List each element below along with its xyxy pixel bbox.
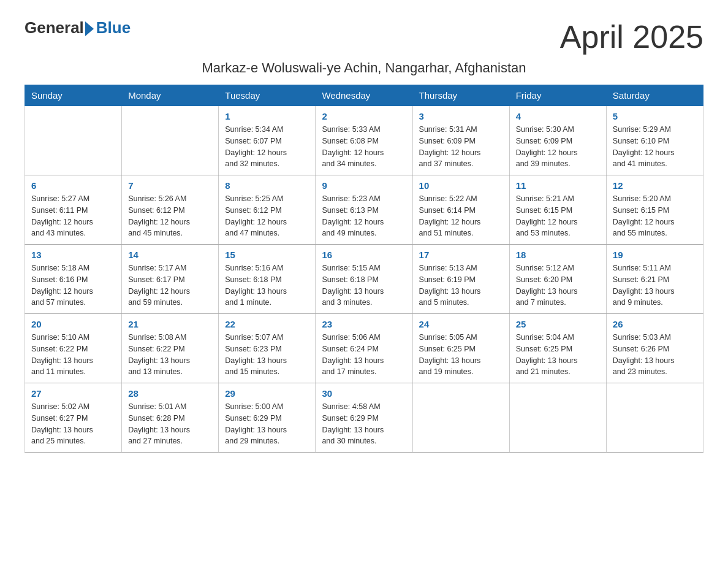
calendar-cell: 30Sunrise: 4:58 AM Sunset: 6:29 PM Dayli… [316, 383, 412, 453]
calendar-cell: 1Sunrise: 5:34 AM Sunset: 6:07 PM Daylig… [219, 106, 316, 175]
day-info: Sunrise: 5:10 AM Sunset: 6:22 PM Dayligh… [31, 332, 115, 378]
day-number: 21 [128, 319, 212, 329]
calendar-cell: 10Sunrise: 5:22 AM Sunset: 6:14 PM Dayli… [412, 175, 509, 245]
location-subtitle: Markaz-e Woluswali-ye Achin, Nangarhar, … [25, 60, 703, 76]
day-number: 13 [31, 250, 115, 260]
day-of-week-saturday: Saturday [606, 85, 703, 106]
calendar-week-5: 27Sunrise: 5:02 AM Sunset: 6:27 PM Dayli… [25, 383, 703, 453]
calendar-cell: 17Sunrise: 5:13 AM Sunset: 6:19 PM Dayli… [412, 245, 509, 314]
day-number: 6 [31, 180, 115, 191]
calendar-cell [412, 383, 509, 453]
calendar-cell: 18Sunrise: 5:12 AM Sunset: 6:20 PM Dayli… [509, 245, 606, 314]
day-info: Sunrise: 5:30 AM Sunset: 6:09 PM Dayligh… [516, 124, 600, 170]
calendar-cell: 16Sunrise: 5:15 AM Sunset: 6:18 PM Dayli… [316, 245, 412, 314]
day-number: 22 [225, 319, 309, 329]
day-info: Sunrise: 5:02 AM Sunset: 6:27 PM Dayligh… [31, 401, 115, 447]
calendar-cell: 25Sunrise: 5:04 AM Sunset: 6:25 PM Dayli… [509, 314, 606, 383]
page-header: General Blue April 2025 [25, 18, 703, 55]
calendar-cell: 23Sunrise: 5:06 AM Sunset: 6:24 PM Dayli… [316, 314, 412, 383]
day-number: 15 [225, 250, 309, 260]
calendar-cell: 29Sunrise: 5:00 AM Sunset: 6:29 PM Dayli… [219, 383, 316, 453]
day-number: 1 [225, 111, 309, 121]
day-info: Sunrise: 5:33 AM Sunset: 6:08 PM Dayligh… [322, 124, 406, 170]
day-of-week-thursday: Thursday [412, 85, 509, 106]
day-info: Sunrise: 5:12 AM Sunset: 6:20 PM Dayligh… [516, 262, 600, 308]
day-info: Sunrise: 5:16 AM Sunset: 6:18 PM Dayligh… [225, 262, 309, 308]
calendar-cell: 12Sunrise: 5:20 AM Sunset: 6:15 PM Dayli… [606, 175, 703, 245]
day-number: 19 [613, 250, 697, 260]
day-number: 9 [322, 180, 406, 191]
day-number: 23 [322, 319, 406, 329]
day-number: 18 [516, 250, 600, 260]
day-number: 26 [613, 319, 697, 329]
logo-general-text: General [25, 18, 84, 37]
day-number: 12 [613, 180, 697, 191]
day-info: Sunrise: 5:34 AM Sunset: 6:07 PM Dayligh… [225, 124, 309, 170]
month-title: April 2025 [560, 18, 703, 55]
day-info: Sunrise: 5:31 AM Sunset: 6:09 PM Dayligh… [419, 124, 503, 170]
calendar-cell [122, 106, 219, 175]
calendar-table: SundayMondayTuesdayWednesdayThursdayFrid… [25, 85, 703, 453]
calendar-cell: 14Sunrise: 5:17 AM Sunset: 6:17 PM Dayli… [122, 245, 219, 314]
calendar-cell: 26Sunrise: 5:03 AM Sunset: 6:26 PM Dayli… [606, 314, 703, 383]
day-info: Sunrise: 5:26 AM Sunset: 6:12 PM Dayligh… [128, 193, 212, 239]
day-of-week-monday: Monday [122, 85, 219, 106]
calendar-cell: 19Sunrise: 5:11 AM Sunset: 6:21 PM Dayli… [606, 245, 703, 314]
calendar-cell: 22Sunrise: 5:07 AM Sunset: 6:23 PM Dayli… [219, 314, 316, 383]
calendar-cell [509, 383, 606, 453]
day-info: Sunrise: 5:05 AM Sunset: 6:25 PM Dayligh… [419, 332, 503, 378]
calendar-cell [606, 383, 703, 453]
day-number: 5 [613, 111, 697, 121]
day-info: Sunrise: 5:18 AM Sunset: 6:16 PM Dayligh… [31, 262, 115, 308]
day-of-week-friday: Friday [509, 85, 606, 106]
day-info: Sunrise: 5:04 AM Sunset: 6:25 PM Dayligh… [516, 332, 600, 378]
day-info: Sunrise: 4:58 AM Sunset: 6:29 PM Dayligh… [322, 401, 406, 447]
day-number: 8 [225, 180, 309, 191]
day-info: Sunrise: 5:03 AM Sunset: 6:26 PM Dayligh… [613, 332, 697, 378]
day-number: 16 [322, 250, 406, 260]
day-number: 17 [419, 250, 503, 260]
days-of-week-row: SundayMondayTuesdayWednesdayThursdayFrid… [25, 85, 703, 106]
calendar-cell: 9Sunrise: 5:23 AM Sunset: 6:13 PM Daylig… [316, 175, 412, 245]
calendar-week-1: 1Sunrise: 5:34 AM Sunset: 6:07 PM Daylig… [25, 106, 703, 175]
day-info: Sunrise: 5:00 AM Sunset: 6:29 PM Dayligh… [225, 401, 309, 447]
calendar-cell: 28Sunrise: 5:01 AM Sunset: 6:28 PM Dayli… [122, 383, 219, 453]
calendar-cell: 6Sunrise: 5:27 AM Sunset: 6:11 PM Daylig… [25, 175, 122, 245]
day-info: Sunrise: 5:13 AM Sunset: 6:19 PM Dayligh… [419, 262, 503, 308]
day-info: Sunrise: 5:27 AM Sunset: 6:11 PM Dayligh… [31, 193, 115, 239]
logo-arrow-icon [85, 21, 94, 36]
calendar-cell: 3Sunrise: 5:31 AM Sunset: 6:09 PM Daylig… [412, 106, 509, 175]
calendar-cell: 13Sunrise: 5:18 AM Sunset: 6:16 PM Dayli… [25, 245, 122, 314]
day-of-week-tuesday: Tuesday [219, 85, 316, 106]
day-number: 11 [516, 180, 600, 191]
calendar-week-4: 20Sunrise: 5:10 AM Sunset: 6:22 PM Dayli… [25, 314, 703, 383]
logo: General Blue [25, 18, 131, 37]
day-info: Sunrise: 5:06 AM Sunset: 6:24 PM Dayligh… [322, 332, 406, 378]
day-info: Sunrise: 5:15 AM Sunset: 6:18 PM Dayligh… [322, 262, 406, 308]
day-number: 20 [31, 319, 115, 329]
day-info: Sunrise: 5:22 AM Sunset: 6:14 PM Dayligh… [419, 193, 503, 239]
day-number: 14 [128, 250, 212, 260]
day-info: Sunrise: 5:29 AM Sunset: 6:10 PM Dayligh… [613, 124, 697, 170]
calendar-cell: 11Sunrise: 5:21 AM Sunset: 6:15 PM Dayli… [509, 175, 606, 245]
calendar-cell: 27Sunrise: 5:02 AM Sunset: 6:27 PM Dayli… [25, 383, 122, 453]
day-info: Sunrise: 5:23 AM Sunset: 6:13 PM Dayligh… [322, 193, 406, 239]
calendar-cell: 2Sunrise: 5:33 AM Sunset: 6:08 PM Daylig… [316, 106, 412, 175]
calendar-cell [25, 106, 122, 175]
day-number: 3 [419, 111, 503, 121]
day-info: Sunrise: 5:17 AM Sunset: 6:17 PM Dayligh… [128, 262, 212, 308]
calendar-cell: 7Sunrise: 5:26 AM Sunset: 6:12 PM Daylig… [122, 175, 219, 245]
calendar-week-3: 13Sunrise: 5:18 AM Sunset: 6:16 PM Dayli… [25, 245, 703, 314]
day-number: 30 [322, 388, 406, 399]
day-info: Sunrise: 5:20 AM Sunset: 6:15 PM Dayligh… [613, 193, 697, 239]
calendar-body: 1Sunrise: 5:34 AM Sunset: 6:07 PM Daylig… [25, 106, 703, 453]
calendar-week-2: 6Sunrise: 5:27 AM Sunset: 6:11 PM Daylig… [25, 175, 703, 245]
calendar-cell: 21Sunrise: 5:08 AM Sunset: 6:22 PM Dayli… [122, 314, 219, 383]
day-of-week-wednesday: Wednesday [316, 85, 412, 106]
day-info: Sunrise: 5:07 AM Sunset: 6:23 PM Dayligh… [225, 332, 309, 378]
day-info: Sunrise: 5:25 AM Sunset: 6:12 PM Dayligh… [225, 193, 309, 239]
calendar-cell: 20Sunrise: 5:10 AM Sunset: 6:22 PM Dayli… [25, 314, 122, 383]
day-info: Sunrise: 5:08 AM Sunset: 6:22 PM Dayligh… [128, 332, 212, 378]
day-number: 2 [322, 111, 406, 121]
day-info: Sunrise: 5:21 AM Sunset: 6:15 PM Dayligh… [516, 193, 600, 239]
